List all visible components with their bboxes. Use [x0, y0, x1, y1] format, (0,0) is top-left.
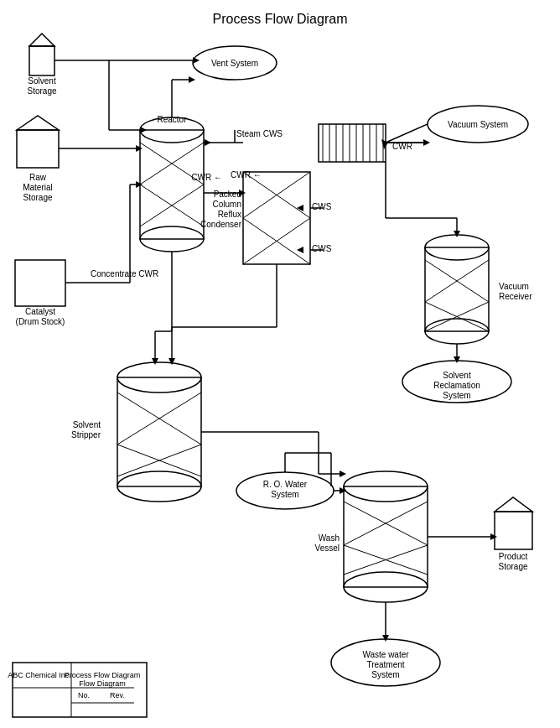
svg-marker-105: [205, 139, 211, 146]
svg-text:Condenser: Condenser: [200, 220, 242, 229]
vacuum-system: Vacuum System: [428, 106, 528, 143]
svg-marker-102: [189, 76, 195, 83]
product-storage: Product Storage: [495, 497, 532, 571]
svg-text:R. O. Water: R. O. Water: [263, 480, 308, 489]
wastewater-treatment-system: Waste water Treatment System: [331, 639, 440, 686]
svg-text:Storage: Storage: [27, 86, 56, 96]
svg-text:Waste water: Waste water: [362, 650, 409, 659]
no-label: No.: [78, 691, 90, 699]
svg-marker-95: [136, 145, 143, 152]
reactor: Reactor: [140, 115, 204, 252]
svg-text:Column: Column: [213, 200, 241, 209]
svg-text:System: System: [271, 490, 298, 499]
svg-marker-1: [29, 34, 54, 46]
svg-text:System: System: [371, 670, 399, 679]
svg-marker-99: [136, 181, 143, 188]
svg-rect-13: [140, 130, 204, 239]
svg-text:Raw: Raw: [29, 173, 47, 182]
svg-marker-4: [17, 130, 59, 168]
raw-material-storage: Raw Material Storage: [17, 116, 59, 202]
svg-marker-149: [381, 139, 388, 149]
svg-text:Reflux: Reflux: [218, 210, 241, 219]
svg-text:Vessel: Vessel: [315, 543, 340, 553]
svg-text:CWR ←: CWR ←: [231, 170, 262, 179]
svg-marker-115: [297, 247, 303, 253]
svg-marker-143: [454, 356, 460, 363]
svg-marker-0: [29, 46, 54, 75]
svg-text:Steam CWS: Steam CWS: [236, 129, 283, 138]
ro-water-system: R. O. Water System: [236, 472, 334, 509]
svg-marker-90: [140, 127, 147, 133]
svg-text:CWS: CWS: [312, 202, 332, 211]
svg-text:Packed: Packed: [214, 190, 241, 199]
svg-line-148: [386, 124, 428, 143]
svg-text:Flow Diagram: Flow Diagram: [79, 679, 126, 688]
page-title: Process Flow Diagram: [213, 12, 348, 26]
svg-text:Vacuum: Vacuum: [499, 282, 529, 291]
vacuum-receiver: Vacuum Receiver: [425, 235, 532, 344]
svg-text:Vacuum System: Vacuum System: [448, 120, 508, 129]
svg-marker-80: [495, 497, 532, 512]
svg-marker-79: [495, 512, 532, 549]
svg-text:Product: Product: [499, 552, 528, 561]
svg-text:Storage: Storage: [498, 562, 527, 571]
svg-text:Material: Material: [23, 183, 53, 192]
wash-vessel: Wash Vessel: [315, 471, 428, 602]
svg-text:Vent System: Vent System: [211, 59, 258, 68]
svg-text:Storage: Storage: [23, 193, 52, 202]
packed-column-reflux-condenser: CWR ← Packed Column Reflux Condenser: [191, 172, 310, 264]
svg-rect-59: [117, 377, 201, 486]
doc-title: Process Flow Diagram: [65, 671, 141, 679]
svg-marker-108: [239, 190, 246, 196]
svg-text:CWS: CWS: [312, 244, 332, 253]
svg-text:System: System: [443, 391, 470, 400]
svg-marker-5: [17, 116, 59, 130]
svg-text:Solvent: Solvent: [73, 420, 101, 429]
solvent-stripper: Solvent Stripper: [71, 362, 201, 502]
svg-rect-9: [15, 260, 65, 306]
svg-marker-141: [382, 635, 389, 642]
heat-exchanger: [319, 124, 386, 162]
svg-text:Receiver: Receiver: [499, 292, 532, 301]
solvent-storage: Solvent Storage: [27, 34, 56, 96]
svg-marker-134: [340, 487, 346, 494]
svg-text:CWR ←: CWR ←: [191, 173, 222, 182]
svg-rect-32: [319, 124, 386, 162]
svg-text:Stripper: Stripper: [71, 430, 101, 439]
svg-text:(Drum Stock): (Drum Stock): [16, 317, 65, 326]
company-name: ABC Chemical Inc.: [8, 671, 71, 679]
svg-marker-112: [297, 205, 303, 211]
svg-marker-124: [152, 358, 158, 365]
svg-text:Treatment: Treatment: [366, 660, 404, 669]
solvent-reclamation-system: Solvent Reclamation System: [402, 361, 511, 403]
vent-system: Vent System: [193, 46, 277, 80]
svg-text:Catalyst: Catalyst: [25, 307, 55, 316]
rev-label: Rev.: [110, 691, 125, 699]
svg-marker-132: [340, 471, 346, 477]
svg-text:Wash: Wash: [319, 533, 340, 543]
svg-text:Reclamation: Reclamation: [433, 381, 480, 390]
svg-text:Concentrate CWR: Concentrate CWR: [91, 269, 158, 278]
catalyst-drum-stock: Catalyst (Drum Stock): [15, 260, 65, 326]
svg-marker-147: [454, 231, 460, 237]
svg-marker-92: [193, 57, 200, 64]
svg-text:Solvent: Solvent: [443, 371, 471, 380]
svg-text:Solvent: Solvent: [28, 76, 56, 86]
svg-marker-139: [490, 533, 497, 540]
